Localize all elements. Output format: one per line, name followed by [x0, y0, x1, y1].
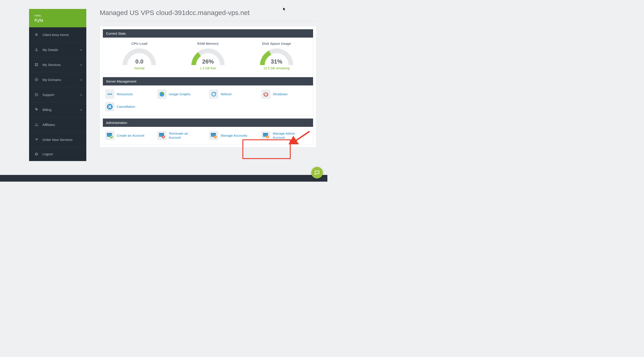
footer-bar	[0, 175, 327, 182]
tile-cancellation[interactable]: Cancellation	[105, 102, 155, 112]
chevron-right-icon: ▶	[80, 64, 82, 66]
tag-icon	[34, 108, 41, 112]
sidebar-item-label: Affiliates	[42, 123, 55, 126]
section-administration: Administration Create an Account	[103, 118, 313, 144]
reboot-icon	[209, 90, 218, 99]
sidebar-item-billing[interactable]: Billing ▶	[29, 102, 86, 117]
cancel-icon	[105, 102, 114, 112]
svg-rect-19	[107, 133, 112, 134]
tile-label: Shutdown	[273, 92, 288, 96]
stat-cpu: CPU Load 0.0 Normal	[105, 42, 174, 70]
close-circle-icon	[34, 152, 41, 156]
tile-label: Resources	[117, 92, 133, 96]
stat-ram: RAM Memory 26% 1.3 GB free	[174, 42, 242, 70]
stat-title: Disk Space Usage	[242, 42, 311, 46]
tile-resources[interactable]: Resources	[105, 90, 155, 99]
svg-rect-0	[35, 63, 36, 64]
manage-accounts-icon	[209, 131, 218, 140]
tile-shutdown[interactable]: Shutdown	[261, 90, 311, 99]
tile-label: Cancellation	[117, 105, 135, 109]
sidebar-item-order[interactable]: Order New Services	[29, 132, 86, 147]
svg-point-8	[36, 124, 37, 124]
tile-label: Reboot	[221, 92, 232, 96]
stat-value: 0.0	[105, 58, 174, 65]
greeting-label: Hello,	[34, 14, 81, 17]
sidebar-item-label: Billing	[42, 108, 52, 112]
power-icon	[261, 90, 270, 99]
create-account-icon	[105, 131, 114, 140]
chevron-right-icon: ▶	[80, 48, 82, 51]
svg-rect-2	[35, 65, 36, 66]
tile-label: Usage Graphs	[169, 92, 190, 96]
svg-point-13	[108, 94, 109, 95]
tile-label: Manage Accounts	[221, 134, 247, 138]
sidebar-item-label: My Domains	[42, 78, 61, 82]
sidebar-item-label: Logout	[42, 152, 53, 156]
tile-manage-admin-account[interactable]: Manage Admin Account	[261, 131, 311, 140]
stat-title: RAM Memory	[174, 42, 242, 46]
svg-point-15	[111, 94, 112, 95]
stat-sub: Normal	[105, 66, 174, 70]
sidebar-item-domains[interactable]: My Domains ▶	[29, 72, 86, 87]
sidebar-item-services[interactable]: My Services ▶	[29, 57, 86, 72]
panel: Current Stats CPU Load 0.0 Normal	[100, 26, 316, 148]
sidebar-item-home[interactable]: Client Area Home	[29, 27, 86, 42]
section-header-management: Server Management	[103, 77, 313, 86]
globe-icon	[34, 78, 41, 82]
stat-title: CPU Load	[105, 42, 174, 46]
section-stats: Current Stats CPU Load 0.0 Normal	[103, 29, 313, 74]
sidebar-item-affiliates[interactable]: Affiliates	[29, 117, 86, 132]
stat-sub: 12.5 GB remaining	[242, 66, 311, 70]
sidebar: Hello, Kyla Client Area Home My Details …	[29, 9, 86, 161]
users-icon	[34, 122, 41, 126]
stat-value: 26%	[174, 58, 242, 65]
terminate-account-icon	[157, 131, 166, 140]
manage-admin-icon	[261, 131, 270, 140]
tile-label: Terminate an Account	[169, 132, 200, 140]
tile-reboot[interactable]: Reboot	[209, 90, 259, 99]
svg-rect-25	[211, 133, 216, 134]
section-management: Server Management Resources	[103, 77, 313, 116]
grid-icon	[34, 63, 41, 67]
sidebar-item-label: My Details	[42, 48, 58, 52]
cursor-icon	[283, 7, 286, 12]
svg-rect-1	[37, 63, 38, 64]
tile-label: Manage Admin Account	[273, 132, 304, 140]
user-icon	[34, 48, 41, 52]
svg-point-10	[36, 141, 36, 141]
chevron-right-icon: ▶	[80, 108, 82, 111]
sidebar-item-logout[interactable]: Logout	[29, 147, 86, 161]
chat-icon	[314, 170, 320, 176]
tile-label: Create an Account	[117, 134, 144, 138]
resources-icon	[105, 90, 114, 99]
chat-button[interactable]	[311, 167, 323, 178]
section-header-stats: Current Stats	[103, 29, 313, 38]
cart-icon	[34, 138, 41, 142]
chevron-right-icon: ▶	[80, 78, 82, 81]
svg-point-7	[36, 108, 36, 109]
svg-rect-22	[159, 133, 164, 134]
sidebar-item-label: Client Area Home	[42, 33, 69, 37]
svg-rect-28	[263, 133, 268, 134]
tile-manage-accounts[interactable]: Manage Accounts	[209, 131, 259, 140]
tile-create-account[interactable]: Create an Account	[105, 131, 155, 140]
pie-chart-icon	[157, 90, 166, 99]
svg-point-6	[36, 94, 37, 95]
sidebar-item-label: My Services	[42, 63, 61, 67]
svg-rect-3	[37, 65, 38, 66]
stat-sub: 1.3 GB free	[174, 66, 242, 70]
tile-terminate-account[interactable]: Terminate an Account	[157, 131, 207, 140]
sidebar-item-label: Support	[42, 93, 54, 97]
sidebar-item-label: Order New Services	[42, 138, 72, 142]
sidebar-item-details[interactable]: My Details ▶	[29, 42, 86, 57]
svg-point-9	[37, 124, 38, 124]
tile-usage-graphs[interactable]: Usage Graphs	[157, 90, 207, 99]
sidebar-item-support[interactable]: Support ▶	[29, 87, 86, 102]
section-header-administration: Administration	[103, 118, 313, 127]
svg-point-14	[109, 94, 110, 95]
main-content: Managed US VPS cloud-391dcc.managed-vps.…	[86, 9, 316, 161]
chevron-right-icon: ▶	[80, 94, 82, 96]
stat-value: 31%	[242, 58, 311, 65]
sidebar-header: Hello, Kyla	[29, 9, 86, 27]
home-icon	[34, 33, 41, 37]
